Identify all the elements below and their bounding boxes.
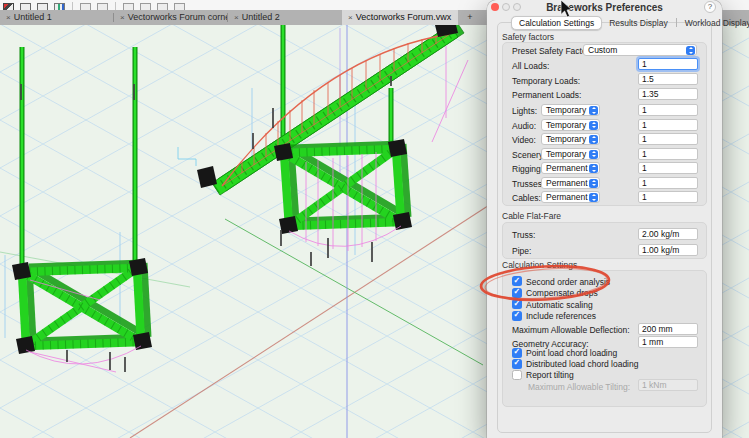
snap-object-icon[interactable] — [97, 3, 108, 10]
close-tab-icon[interactable]: × — [348, 13, 353, 22]
selection-tool-icon[interactable] — [3, 3, 14, 10]
stepper-icon — [589, 150, 598, 159]
automatic-scaling-label: Automatic scaling — [526, 300, 593, 310]
cables-label: Cables: — [512, 193, 541, 203]
rectangle-tool-icon[interactable] — [123, 3, 134, 10]
tab-results-display[interactable]: Results Display — [602, 17, 675, 29]
stepper-icon — [589, 135, 598, 144]
move-tool-icon[interactable] — [20, 3, 31, 10]
video-type-dropdown[interactable]: Temporary — [541, 133, 600, 145]
lights-factor-field[interactable]: 1 — [638, 104, 698, 116]
close-tab-icon[interactable]: × — [120, 13, 125, 22]
tab-vectorworks-forum[interactable]: ×Vectorworks Forum.vwx — [342, 10, 458, 25]
trusses-label: Trusses: — [512, 179, 544, 189]
pipe-label: Pipe: — [512, 246, 531, 256]
new-tab-button[interactable]: + — [458, 10, 482, 25]
truss-weight-field[interactable]: 2.00 kg/m — [638, 228, 698, 240]
close-tab-icon[interactable]: × — [6, 13, 11, 22]
stepper-icon — [589, 164, 598, 173]
polygon-tool-icon[interactable] — [140, 3, 151, 10]
distributed-load-chord-loading-label: Distributed load chord loading — [526, 359, 638, 369]
stepper-icon — [589, 179, 598, 188]
trusses-factor-field[interactable]: 1 — [638, 177, 698, 189]
report-tilting-checkbox[interactable] — [512, 370, 522, 380]
geometry-accuracy-field[interactable]: 1 mm — [638, 336, 698, 348]
stepper-icon — [589, 106, 598, 115]
audio-label: Audio: — [512, 121, 536, 131]
toolbar-divider — [115, 2, 116, 10]
tab-divider — [676, 18, 677, 27]
rigging-factor-field[interactable]: 1 — [638, 162, 698, 174]
compensate-drops-label: Compensate drops — [526, 288, 598, 298]
vectorworks-app: { "toolbar": { "icons": ["selection-tool… — [0, 0, 749, 438]
max-allowable-deflection-field[interactable]: 200 mm — [638, 323, 698, 335]
cables-type-dropdown[interactable]: Permanent — [541, 191, 600, 203]
scenery-type-dropdown[interactable]: Temporary — [541, 148, 600, 160]
tab-vectorworks-forum-corner[interactable]: ×Vectorworks Forum corner.vwx — [114, 10, 227, 25]
second-order-analysis-checkbox[interactable] — [512, 276, 522, 286]
video-label: Video: — [512, 135, 536, 145]
stepper-icon — [589, 193, 598, 202]
tab-calculation-settings[interactable]: Calculation Settings — [511, 16, 602, 30]
rigging-label: Rigging: — [512, 164, 543, 174]
lights-type-dropdown[interactable]: Temporary — [541, 104, 600, 116]
cables-factor-field[interactable]: 1 — [638, 191, 698, 203]
stepper-icon — [686, 46, 695, 55]
dialog-title: Braceworks Preferences — [487, 2, 722, 13]
truss-label: Truss: — [512, 230, 535, 240]
permanent-loads-field[interactable]: 1.35 — [638, 88, 698, 100]
max-allowable-deflection-label: Maximum Allowable Deflection: — [512, 325, 630, 335]
max-allowable-tilting-label: Maximum Allowable Tilting: — [528, 382, 630, 392]
all-loads-field[interactable]: 1 — [638, 58, 698, 70]
help-button[interactable]: ? — [704, 1, 716, 13]
max-allowable-tilting-field[interactable]: 1 kNm — [638, 379, 698, 391]
section-label-cable-flat-fare: Cable Flat-Fare — [502, 211, 561, 221]
polyline-tool-icon[interactable] — [157, 3, 168, 10]
second-order-analysis-label: Second order analysis — [526, 277, 610, 287]
temporary-loads-field[interactable]: 1.5 — [638, 73, 698, 85]
tab-untitled-2[interactable]: ×Untitled 2 — [228, 10, 342, 25]
audio-type-dropdown[interactable]: Temporary — [541, 119, 600, 131]
freehand-tool-icon[interactable] — [174, 3, 185, 10]
scenery-factor-field[interactable]: 1 — [638, 148, 698, 160]
stepper-icon — [589, 121, 598, 130]
audio-factor-field[interactable]: 1 — [638, 119, 698, 131]
report-tilting-label: Report tilting — [526, 370, 574, 380]
toolbar-divider — [72, 2, 73, 10]
trusses-type-dropdown[interactable]: Permanent — [541, 177, 600, 189]
geometry-accuracy-label: Geometry Accuracy: — [512, 339, 589, 349]
tab-untitled-1[interactable]: ×Untitled 1 — [0, 10, 113, 25]
mirror-tool-icon[interactable] — [54, 3, 65, 10]
temporary-loads-label: Temporary Loads: — [512, 76, 580, 86]
preset-safety-factors-dropdown[interactable]: Custom — [583, 44, 697, 56]
section-label-safety-factors: Safety factors — [502, 32, 554, 42]
close-tab-icon[interactable]: × — [234, 13, 239, 22]
snap-grid-icon[interactable] — [80, 3, 91, 10]
include-references-label: Include references — [526, 311, 596, 321]
include-references-checkbox[interactable] — [512, 311, 522, 321]
pipe-weight-field[interactable]: 1.00 kg/m — [638, 244, 698, 256]
dialog-tabs: Calculation Settings Results Display Wor… — [511, 15, 749, 30]
rigging-type-dropdown[interactable]: Permanent — [541, 162, 600, 174]
permanent-loads-label: Permanent Loads: — [512, 90, 581, 100]
tab-workload-display[interactable]: Workload Display — [678, 17, 749, 29]
automatic-scaling-checkbox[interactable] — [512, 299, 522, 309]
compensate-drops-checkbox[interactable] — [512, 288, 522, 298]
video-factor-field[interactable]: 1 — [638, 133, 698, 145]
lights-label: Lights: — [512, 106, 537, 116]
all-loads-label: All Loads: — [512, 61, 549, 71]
distributed-load-chord-loading-checkbox[interactable] — [512, 359, 522, 369]
section-label-calculation-settings: Calculation Settings — [502, 260, 577, 270]
duplicate-tool-icon[interactable] — [37, 3, 48, 10]
point-load-chord-loading-label: Point load chord loading — [526, 348, 617, 358]
point-load-chord-loading-checkbox[interactable] — [512, 348, 522, 358]
